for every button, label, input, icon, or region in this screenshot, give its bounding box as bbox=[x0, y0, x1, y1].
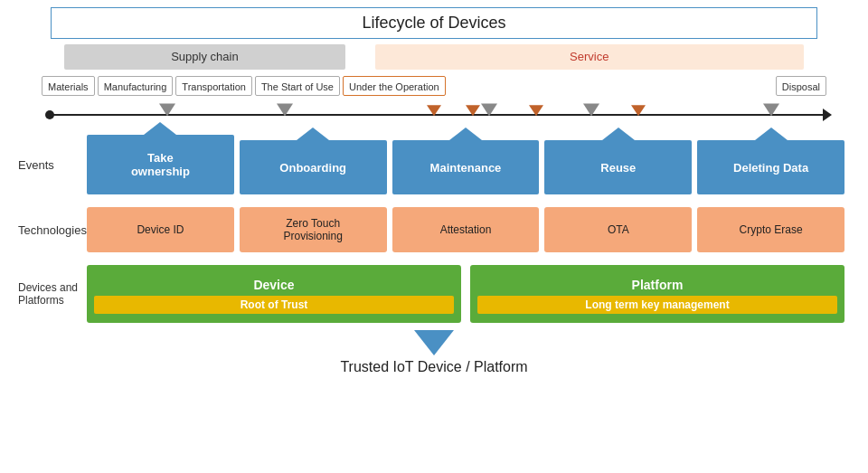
label-disposal: Disposal bbox=[776, 76, 826, 96]
tri-onboarding bbox=[277, 103, 293, 116]
tri-disposal bbox=[763, 103, 779, 116]
label-under-operation: Under the Operation bbox=[343, 76, 446, 96]
tri-maintenance bbox=[481, 103, 497, 116]
technologies-label: Technologies bbox=[14, 223, 87, 237]
tech-container: Device ID Zero TouchProvisioning Attesta… bbox=[87, 207, 844, 252]
event-maintenance: Maintenance bbox=[392, 140, 540, 194]
down-arrow-icon bbox=[414, 330, 454, 355]
label-start-of-use: The Start of Use bbox=[255, 76, 340, 96]
tri-take-ownership bbox=[159, 103, 175, 116]
devices-label: Devices and Platforms bbox=[14, 281, 87, 307]
root-of-trust-badge: Root of Trust bbox=[94, 296, 454, 314]
tri-op2 bbox=[466, 105, 480, 116]
tri-op3 bbox=[529, 105, 543, 116]
devices-container: Device Root of Trust Platform Long term … bbox=[87, 265, 844, 323]
tech-attestation: Attestation bbox=[392, 207, 540, 252]
title-text: Lifecycle of Devices bbox=[362, 14, 505, 32]
long-term-key-badge: Long term key management bbox=[477, 296, 837, 314]
label-manufacturing: Manufacturing bbox=[98, 76, 174, 96]
platform-box: Platform Long term key management bbox=[470, 265, 844, 323]
service-phase: Service bbox=[375, 44, 804, 70]
tech-zero-touch: Zero TouchProvisioning bbox=[240, 207, 387, 252]
tech-crypto-erase: Crypto Erase bbox=[697, 207, 844, 252]
device-box: Device Root of Trust bbox=[87, 265, 461, 323]
event-reuse: Reuse bbox=[544, 140, 692, 194]
event-onboarding: Onboarding bbox=[240, 140, 387, 194]
timeline-labels: Materials Manufacturing Transportation T… bbox=[42, 73, 826, 99]
tri-op4 bbox=[631, 105, 646, 116]
technologies-row: Technologies Device ID Zero TouchProvisi… bbox=[14, 207, 854, 252]
lifecycle-title: Lifecycle of Devices bbox=[51, 7, 817, 39]
tri-op1 bbox=[427, 105, 441, 116]
events-container: Takeownership Onboarding Maintenance Reu… bbox=[87, 135, 844, 194]
label-materials: Materials bbox=[42, 76, 95, 96]
timeline-start-dot bbox=[45, 110, 54, 119]
tri-reuse bbox=[583, 103, 599, 116]
diagram: Lifecycle of Devices Supply chain Servic… bbox=[0, 0, 868, 473]
events-label: Events bbox=[14, 158, 87, 172]
label-transportation: Transportation bbox=[175, 76, 252, 96]
timeline-arrow bbox=[823, 109, 832, 121]
event-take-ownership: Takeownership bbox=[87, 135, 234, 194]
events-row: Events Takeownership Onboarding Maintena… bbox=[14, 135, 854, 194]
tech-device-id: Device ID bbox=[87, 207, 234, 252]
tech-ota: OTA bbox=[544, 207, 692, 252]
phase-row: Supply chain Service bbox=[64, 44, 804, 70]
trusted-iot-label: Trusted IoT Device / Platform bbox=[14, 359, 854, 375]
devices-row: Devices and Platforms Device Root of Tru… bbox=[14, 265, 854, 323]
supply-chain-phase: Supply chain bbox=[64, 44, 345, 70]
down-arrow-row bbox=[14, 330, 854, 355]
event-deleting-data: Deleting Data bbox=[697, 140, 844, 194]
